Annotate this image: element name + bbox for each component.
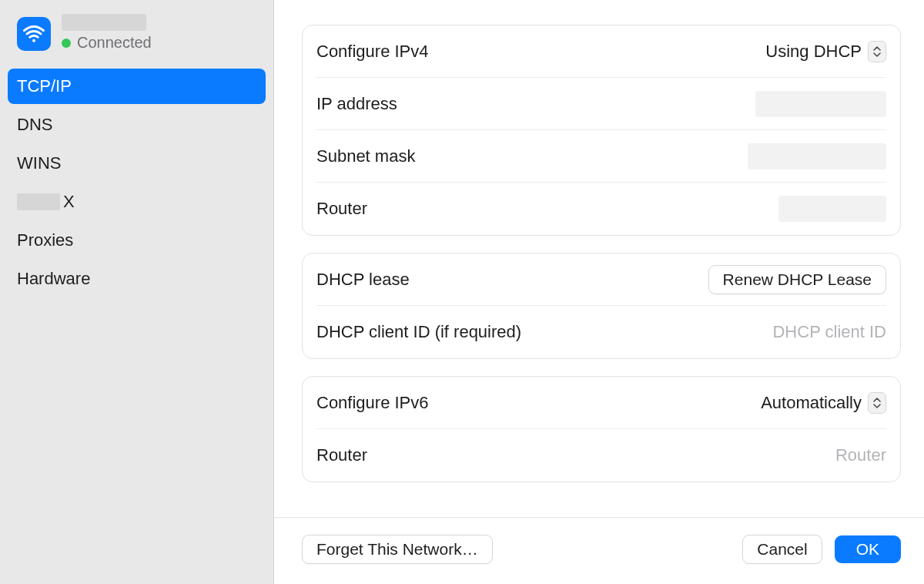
dhcp-lease-row: DHCP lease Renew DHCP Lease [316,253,886,306]
footer-bar: Forget This Network… Cancel OK [274,517,924,584]
sidebar-item-tcpip[interactable]: TCP/IP [8,69,266,104]
dhcp-client-id-label: DHCP client ID (if required) [316,322,521,342]
wifi-icon [17,17,51,51]
subnet-mask-value-redacted [748,143,886,169]
ipv6-router-label: Router [316,445,367,465]
ok-button[interactable]: OK [835,535,901,563]
configure-ipv4-label: Configure IPv4 [316,42,429,62]
connection-status-label: Connected [77,34,152,52]
cancel-button[interactable]: Cancel [742,535,822,564]
dhcp-card: DHCP lease Renew DHCP Lease DHCP client … [302,253,901,359]
sidebar-nav: TCP/IP DNS WINS X Proxies Hardware [0,69,273,300]
dhcp-client-id-row: DHCP client ID (if required) DHCP client… [316,306,886,358]
sidebar-item-dns[interactable]: DNS [8,107,266,143]
renew-dhcp-lease-button[interactable]: Renew DHCP Lease [708,265,886,294]
ip-address-value-redacted [755,91,886,117]
ipv4-card: Configure IPv4 Using DHCP IP address Sub… [302,25,901,236]
sidebar-item-redacted-prefix [17,193,60,210]
ip-address-row: IP address [316,78,886,130]
sidebar-item-redacted-x[interactable]: X [8,184,266,220]
sidebar: Connected TCP/IP DNS WINS X Proxies Hard… [0,0,274,584]
sidebar-item-label: WINS [17,153,61,173]
connection-status: Connected [62,34,152,52]
sidebar-item-label: Hardware [17,269,90,289]
sidebar-item-hardware[interactable]: Hardware [8,261,266,297]
updown-stepper-icon [868,41,886,62]
status-dot-icon [62,39,71,48]
updown-stepper-icon [868,392,886,414]
sidebar-item-label: X [63,192,75,212]
sidebar-item-wins[interactable]: WINS [8,146,266,181]
configure-ipv6-row: Configure IPv6 Automatically [316,377,886,429]
network-name-redacted [62,14,146,31]
ipv4-router-value-redacted [778,196,886,222]
dhcp-client-id-field[interactable]: DHCP client ID [772,322,886,342]
sidebar-item-label: Proxies [17,230,73,250]
subnet-mask-row: Subnet mask [316,130,886,183]
network-header: Connected [0,6,273,62]
configure-ipv4-value: Using DHCP [765,42,862,62]
configure-ipv6-select[interactable]: Automatically [761,392,886,414]
ipv4-router-row: Router [316,183,886,235]
subnet-mask-label: Subnet mask [316,146,415,166]
forget-network-button[interactable]: Forget This Network… [302,535,493,564]
configure-ipv4-select[interactable]: Using DHCP [765,41,886,62]
configure-ipv6-value: Automatically [761,393,862,413]
ip-address-label: IP address [316,94,397,114]
ipv6-router-field[interactable]: Router [835,445,886,465]
sidebar-item-label: DNS [17,115,52,135]
sidebar-item-label: TCP/IP [17,76,72,96]
sidebar-item-proxies[interactable]: Proxies [8,223,266,258]
ipv4-router-label: Router [316,199,367,219]
ipv6-router-row: Router Router [316,429,886,482]
ipv6-card: Configure IPv6 Automatically Router Rout… [302,376,901,482]
configure-ipv4-row: Configure IPv4 Using DHCP [316,25,886,78]
svg-point-0 [32,39,35,42]
dhcp-lease-label: DHCP lease [316,270,410,290]
configure-ipv6-label: Configure IPv6 [316,393,429,413]
content-pane: Configure IPv4 Using DHCP IP address Sub… [274,0,924,517]
